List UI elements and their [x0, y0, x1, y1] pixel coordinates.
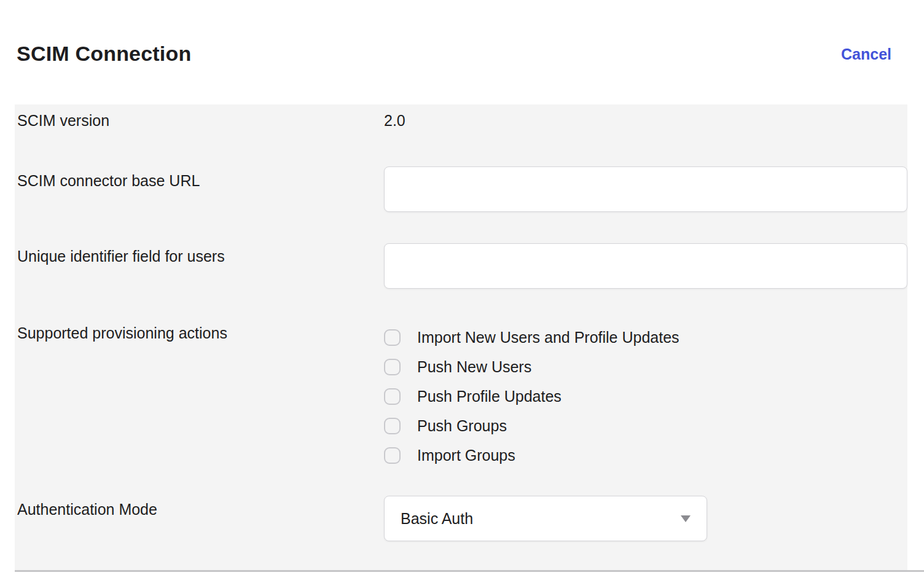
provisioning-actions-label: Supported provisioning actions — [17, 324, 227, 342]
checkbox-label: Import New Users and Profile Updates — [417, 329, 679, 346]
section-divider — [15, 570, 924, 572]
checkbox-row-push-groups[interactable]: Push Groups — [384, 411, 679, 440]
checkbox-row-import-groups[interactable]: Import Groups — [384, 440, 679, 470]
provisioning-actions-group: Import New Users and Profile Updates Pus… — [384, 323, 679, 470]
checkbox-row-import-new-users[interactable]: Import New Users and Profile Updates — [384, 323, 679, 352]
chevron-down-icon — [681, 515, 691, 522]
checkbox-row-push-new-users[interactable]: Push New Users — [384, 352, 679, 381]
checkbox-import-new-users[interactable] — [384, 329, 401, 346]
page-title: SCIM Connection — [17, 42, 191, 66]
checkbox-label: Push Profile Updates — [417, 388, 562, 405]
scim-connection-page: SCIM Connection Cancel SCIM version 2.0 … — [0, 0, 924, 575]
authentication-mode-select[interactable]: Basic Auth — [384, 496, 707, 541]
authentication-mode-selected-value: Basic Auth — [401, 510, 681, 528]
checkbox-label: Import Groups — [417, 447, 515, 464]
scim-version-value: 2.0 — [384, 112, 405, 129]
checkbox-row-push-profile-updates[interactable]: Push Profile Updates — [384, 381, 679, 411]
checkbox-push-profile-updates[interactable] — [384, 388, 401, 405]
connector-base-url-input[interactable] — [384, 166, 907, 212]
checkbox-label: Push Groups — [417, 417, 507, 434]
unique-identifier-input[interactable] — [384, 243, 907, 289]
checkbox-label: Push New Users — [417, 358, 531, 375]
checkbox-import-groups[interactable] — [384, 447, 401, 464]
checkbox-push-new-users[interactable] — [384, 359, 401, 375]
authentication-mode-label: Authentication Mode — [17, 501, 157, 518]
scim-version-label: SCIM version — [17, 112, 109, 129]
connector-base-url-label: SCIM connector base URL — [17, 172, 200, 189]
unique-identifier-label: Unique identifier field for users — [17, 248, 225, 265]
checkbox-push-groups[interactable] — [384, 418, 401, 434]
cancel-link[interactable]: Cancel — [841, 45, 891, 63]
scim-connection-form-panel: SCIM version 2.0 SCIM connector base URL… — [15, 104, 907, 570]
